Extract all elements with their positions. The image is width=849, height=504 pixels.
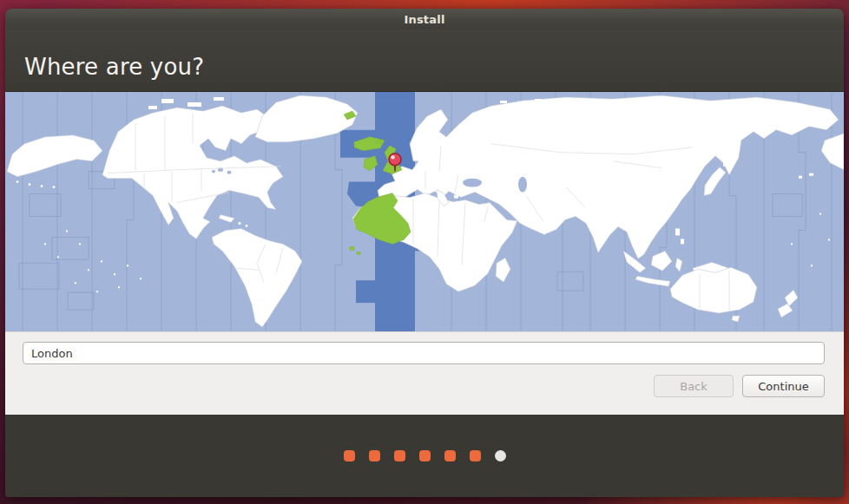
titlebar[interactable]: Install bbox=[5, 9, 844, 29]
world-map-svg[interactable] bbox=[5, 92, 844, 331]
form-panel: Back Continue bbox=[5, 331, 844, 415]
page-title: Where are you? bbox=[24, 54, 204, 80]
timezone-map[interactable] bbox=[5, 91, 844, 331]
progress-dot bbox=[344, 450, 355, 461]
progress-dots bbox=[5, 415, 844, 497]
page-header: Where are you? bbox=[5, 29, 844, 91]
progress-dot bbox=[470, 450, 481, 461]
progress-dot bbox=[419, 450, 431, 461]
progress-dot bbox=[495, 450, 506, 461]
timezone-city-input[interactable] bbox=[23, 342, 825, 364]
button-row: Back Continue bbox=[654, 375, 825, 397]
progress-dot bbox=[394, 450, 405, 461]
continue-button[interactable]: Continue bbox=[742, 375, 825, 397]
progress-dot bbox=[444, 450, 456, 461]
back-button[interactable]: Back bbox=[654, 375, 734, 397]
install-window: Install Where are you? bbox=[5, 9, 844, 497]
progress-dot bbox=[369, 450, 380, 461]
window-title: Install bbox=[404, 13, 444, 26]
